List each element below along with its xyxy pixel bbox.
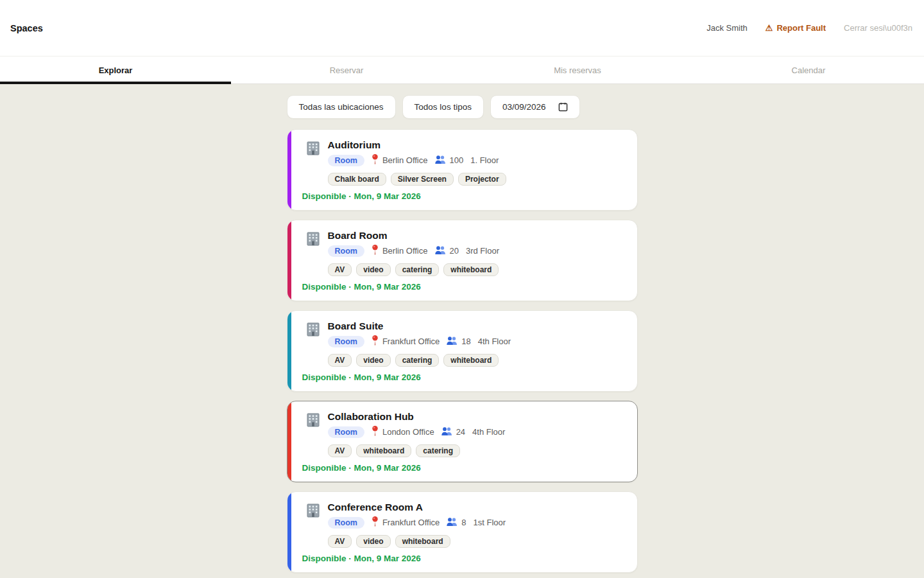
room-tags: AVvideocateringwhiteboard [328, 263, 500, 276]
app-title: Spaces [10, 23, 43, 33]
room-availability: Disponible · Mon, 9 Mar 2026 [287, 276, 637, 301]
room-floor: 4th Floor [472, 427, 505, 437]
filter-row: Todas las ubicaciones Todos los tipos 03… [287, 95, 638, 119]
room-tag: video [356, 535, 390, 548]
room-card[interactable]: Board Suite Room Frankfurt Office [287, 310, 638, 392]
map-pin-icon [372, 154, 379, 166]
room-meta-row: Room Frankfurt Office [328, 516, 506, 529]
tab-reservar[interactable]: Reservar [231, 57, 462, 83]
room-floor: 1. Floor [470, 155, 499, 165]
building-icon [305, 140, 321, 186]
logout-button[interactable]: Cerrar sesi\u00f3n [844, 23, 912, 33]
room-location: Frankfurt Office [382, 518, 440, 527]
room-tag: catering [416, 444, 460, 457]
location-filter-select[interactable]: Todas las ubicaciones [287, 95, 396, 119]
tab-mis-reservas[interactable]: Mis reservas [462, 57, 693, 83]
room-card[interactable]: Collaboration Hub Room London Office [287, 401, 638, 482]
date-value: 03/09/2026 [502, 102, 546, 112]
room-accent-bar [287, 401, 291, 482]
app-header: Spaces Jack Smith ⚠ Report Fault Cerrar … [0, 0, 924, 57]
people-icon [435, 246, 446, 256]
room-tag: video [356, 354, 390, 367]
room-floor: 1st Floor [474, 518, 506, 527]
map-pin-icon [372, 335, 379, 347]
building-icon [305, 502, 321, 548]
main-content: Todas las ubicaciones Todos los tipos 03… [0, 84, 924, 578]
room-capacity: 100 [450, 155, 464, 165]
room-tag: whiteboard [443, 354, 499, 367]
room-tag: Silver Screen [391, 173, 454, 186]
room-meta-row: Room London Office [328, 426, 506, 438]
header-actions: Jack Smith ⚠ Report Fault Cerrar sesi\u0… [706, 23, 912, 33]
type-filter-select[interactable]: Todos los tipos [402, 95, 484, 119]
room-tag: catering [395, 354, 440, 367]
room-floor: 4th Floor [478, 337, 511, 346]
room-availability: Disponible · Mon, 9 Mar 2026 [287, 548, 637, 572]
room-tag: AV [328, 354, 352, 367]
people-icon [447, 518, 458, 528]
room-accent-bar [287, 130, 291, 210]
people-icon [447, 337, 458, 347]
room-tag: AV [328, 444, 352, 457]
room-card[interactable]: Board Room Room Berlin Office [287, 220, 638, 301]
room-type-badge: Room [328, 517, 364, 529]
calendar-icon [558, 102, 568, 112]
room-name: Conference Room A [328, 502, 506, 513]
room-tag: Projector [458, 173, 506, 186]
room-tags: AVwhiteboardcatering [328, 444, 506, 457]
room-tag: video [356, 263, 390, 276]
main-tabbar: Explorar Reservar Mis reservas Calendar [0, 57, 924, 84]
room-capacity: 20 [450, 246, 459, 256]
warning-triangle-icon: ⚠ [766, 23, 773, 33]
report-fault-label: Report Fault [776, 23, 826, 33]
room-accent-bar [287, 220, 291, 301]
room-meta-row: Room Frankfurt Office [328, 335, 511, 347]
room-floor: 3rd Floor [466, 246, 499, 256]
map-pin-icon [372, 516, 379, 529]
building-icon [305, 412, 321, 457]
room-list: Auditorium Room Berlin Office [287, 129, 638, 578]
map-pin-icon [372, 245, 379, 257]
room-card[interactable]: Conference Room A Room Frankfurt Office [287, 491, 638, 573]
room-tag: whiteboard [356, 444, 411, 457]
room-tag: catering [395, 263, 440, 276]
room-type-badge: Room [328, 336, 364, 347]
room-type-badge: Room [328, 245, 364, 257]
building-icon [305, 231, 321, 276]
room-availability: Disponible · Mon, 9 Mar 2026 [287, 457, 637, 482]
room-capacity: 18 [461, 337, 470, 346]
room-card[interactable]: Auditorium Room Berlin Office [287, 129, 638, 211]
room-tags: AVvideocateringwhiteboard [328, 354, 511, 367]
room-meta-row: Room Berlin Office [328, 154, 506, 166]
room-capacity: 24 [456, 427, 465, 437]
room-type-badge: Room [328, 426, 364, 438]
room-location: Berlin Office [382, 246, 428, 256]
room-tag: Chalk board [328, 173, 386, 186]
map-pin-icon [372, 426, 379, 438]
people-icon [441, 427, 452, 437]
room-accent-bar [287, 492, 291, 572]
people-icon [435, 155, 446, 166]
date-input[interactable]: 03/09/2026 [490, 95, 581, 119]
room-location: London Office [382, 427, 434, 437]
tab-explorar[interactable]: Explorar [0, 57, 231, 83]
tab-calendar[interactable]: Calendar [693, 57, 924, 83]
room-availability: Disponible · Mon, 9 Mar 2026 [287, 367, 637, 391]
room-name: Auditorium [328, 139, 506, 151]
room-name: Board Suite [328, 320, 511, 332]
room-tag: AV [328, 263, 352, 276]
report-fault-button[interactable]: ⚠ Report Fault [766, 23, 826, 33]
room-availability: Disponible · Mon, 9 Mar 2026 [287, 186, 637, 210]
room-type-badge: Room [328, 155, 364, 166]
room-name: Board Room [328, 230, 500, 241]
room-accent-bar [287, 311, 291, 391]
room-tags: AVvideowhiteboard [328, 535, 506, 548]
room-location: Berlin Office [382, 155, 428, 165]
room-tag: AV [328, 535, 352, 548]
room-name: Collaboration Hub [328, 411, 506, 423]
user-name: Jack Smith [706, 23, 748, 33]
room-tag: whiteboard [395, 535, 450, 548]
room-capacity: 8 [461, 518, 466, 527]
room-meta-row: Room Berlin Office [328, 245, 500, 257]
room-tags: Chalk boardSilver ScreenProjector [328, 173, 506, 186]
